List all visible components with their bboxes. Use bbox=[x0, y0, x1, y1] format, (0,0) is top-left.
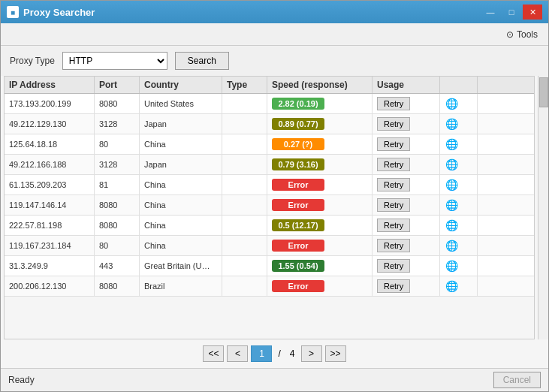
title-bar-left: ■ Proxy Searcher bbox=[7, 6, 95, 18]
table-row: 119.167.231.184 80 China Error Retry 🌐 bbox=[5, 236, 534, 256]
cell-ie: 🌐 bbox=[440, 155, 478, 174]
ie-icon[interactable]: 🌐 bbox=[445, 137, 458, 151]
first-page-button[interactable]: << bbox=[203, 345, 224, 362]
table-row: 49.212.129.130 3128 Japan 0.89 (0.77) Re… bbox=[5, 114, 534, 134]
table-row: 119.147.146.14 8080 China Error Retry 🌐 bbox=[5, 195, 534, 216]
cell-speed: 0.79 (3.16) bbox=[267, 155, 373, 174]
table-row: 125.64.18.18 80 China 0.27 (?) Retry 🌐 bbox=[5, 134, 534, 155]
retry-button[interactable]: Retry bbox=[377, 239, 410, 252]
main-window: ■ Proxy Searcher — □ ✕ ⊙ Tools Proxy Typ… bbox=[0, 0, 549, 392]
ie-icon[interactable]: 🌐 bbox=[445, 219, 458, 232]
search-button[interactable]: Search bbox=[175, 52, 229, 70]
cell-ip: 31.3.249.9 bbox=[5, 256, 95, 276]
retry-button[interactable]: Retry bbox=[377, 97, 410, 110]
speed-badge: Error bbox=[272, 280, 324, 292]
scrollbar-thumb[interactable] bbox=[539, 77, 548, 107]
retry-button[interactable]: Retry bbox=[377, 137, 410, 151]
ie-icon[interactable]: 🌐 bbox=[445, 279, 458, 293]
retry-button[interactable]: Retry bbox=[377, 117, 410, 131]
retry-button[interactable]: Retry bbox=[377, 178, 410, 191]
cell-speed: 0.27 (?) bbox=[267, 134, 373, 154]
cell-port: 8080 bbox=[95, 94, 140, 113]
cell-port: 443 bbox=[95, 256, 140, 276]
cell-port: 3128 bbox=[95, 155, 140, 174]
ie-icon[interactable]: 🌐 bbox=[445, 97, 458, 110]
speed-badge: 0.5 (12.17) bbox=[272, 219, 324, 231]
ie-icon[interactable]: 🌐 bbox=[445, 158, 458, 171]
cell-country: United States bbox=[140, 94, 222, 113]
cell-ie: 🌐 bbox=[440, 216, 478, 235]
window-title: Proxy Searcher bbox=[23, 7, 95, 18]
status-bar: Ready Cancel bbox=[1, 368, 548, 391]
proxy-type-select[interactable]: HTTP bbox=[62, 52, 167, 70]
cell-type bbox=[222, 94, 267, 113]
table-body: 173.193.200.199 8080 United States 2.82 … bbox=[5, 94, 534, 339]
cell-speed: Error bbox=[267, 195, 373, 215]
ie-icon[interactable]: 🌐 bbox=[445, 117, 458, 131]
retry-button[interactable]: Retry bbox=[377, 219, 410, 232]
status-text: Ready bbox=[8, 375, 35, 385]
cell-speed: 1.55 (0.54) bbox=[267, 256, 373, 276]
minimize-button[interactable]: — bbox=[481, 5, 500, 20]
speed-badge: Error bbox=[272, 240, 324, 252]
ie-icon[interactable]: 🌐 bbox=[445, 239, 458, 252]
speed-badge: 0.89 (0.77) bbox=[272, 118, 324, 130]
window-icon: ■ bbox=[7, 6, 19, 18]
cell-port: 8080 bbox=[95, 276, 140, 296]
tools-icon: ⊙ bbox=[506, 29, 514, 40]
pagination: << < 1 / 4 > >> bbox=[1, 339, 548, 368]
cell-country: China bbox=[140, 134, 222, 154]
maximize-button[interactable]: □ bbox=[502, 5, 521, 20]
cell-retry: Retry bbox=[373, 155, 440, 174]
retry-button[interactable]: Retry bbox=[377, 259, 410, 273]
last-page-button[interactable]: >> bbox=[325, 345, 346, 362]
cell-ie: 🌐 bbox=[440, 195, 478, 215]
cell-country: Great Britain (U… bbox=[140, 256, 222, 276]
cell-type bbox=[222, 155, 267, 174]
cell-type bbox=[222, 114, 267, 134]
cell-country: Japan bbox=[140, 114, 222, 134]
tools-button[interactable]: ⊙ Tools bbox=[502, 28, 542, 41]
cell-port: 80 bbox=[95, 134, 140, 154]
title-bar-controls: — □ ✕ bbox=[481, 5, 542, 20]
speed-badge: 0.27 (?) bbox=[272, 138, 324, 150]
table-header: IP Address Port Country Type Speed (resp… bbox=[5, 77, 534, 94]
cell-retry: Retry bbox=[373, 114, 440, 134]
col-header-speed: Speed (response) bbox=[267, 77, 373, 93]
cancel-button[interactable]: Cancel bbox=[493, 372, 541, 388]
current-page-button[interactable]: 1 bbox=[251, 345, 272, 362]
table-wrapper: IP Address Port Country Type Speed (resp… bbox=[1, 76, 548, 339]
cell-ip: 200.206.12.130 bbox=[5, 276, 95, 296]
cell-country: Japan bbox=[140, 155, 222, 174]
cell-retry: Retry bbox=[373, 175, 440, 194]
table-row: 49.212.166.188 3128 Japan 0.79 (3.16) Re… bbox=[5, 155, 534, 175]
col-header-ip: IP Address bbox=[5, 77, 95, 93]
ie-icon[interactable]: 🌐 bbox=[445, 259, 458, 273]
retry-button[interactable]: Retry bbox=[377, 198, 410, 212]
col-header-usage: Usage bbox=[373, 77, 440, 93]
total-pages: 4 bbox=[287, 348, 298, 359]
cell-retry: Retry bbox=[373, 216, 440, 235]
cell-ip: 173.193.200.199 bbox=[5, 94, 95, 113]
cell-type bbox=[222, 236, 267, 255]
cell-ie: 🌐 bbox=[440, 175, 478, 194]
ie-icon[interactable]: 🌐 bbox=[445, 198, 458, 212]
page-separator: / bbox=[275, 348, 283, 359]
table-row: 200.206.12.130 8080 Brazil Error Retry 🌐 bbox=[5, 276, 534, 297]
cell-port: 8080 bbox=[95, 195, 140, 215]
cell-ip: 49.212.129.130 bbox=[5, 114, 95, 134]
close-button[interactable]: ✕ bbox=[523, 5, 542, 20]
cell-ie: 🌐 bbox=[440, 276, 478, 296]
table-row: 222.57.81.198 8080 China 0.5 (12.17) Ret… bbox=[5, 216, 534, 236]
speed-badge: 2.82 (0.19) bbox=[272, 98, 324, 110]
cell-country: China bbox=[140, 175, 222, 194]
retry-button[interactable]: Retry bbox=[377, 279, 410, 293]
cell-ie: 🌐 bbox=[440, 256, 478, 276]
next-page-button[interactable]: > bbox=[301, 345, 322, 362]
prev-page-button[interactable]: < bbox=[227, 345, 248, 362]
retry-button[interactable]: Retry bbox=[377, 158, 410, 171]
cell-speed: Error bbox=[267, 276, 373, 296]
scrollbar[interactable] bbox=[538, 76, 548, 339]
cell-type bbox=[222, 256, 267, 276]
ie-icon[interactable]: 🌐 bbox=[445, 178, 458, 191]
